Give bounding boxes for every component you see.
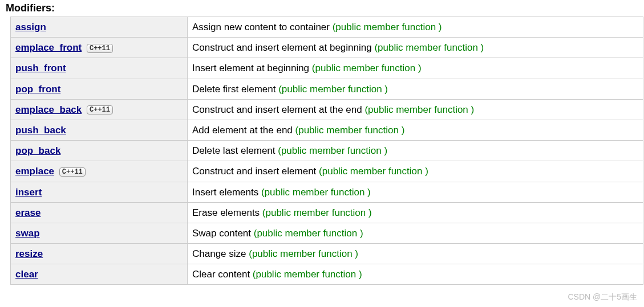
table-row: pop_backDelete last element (public memb…	[11, 141, 643, 161]
function-link-clear[interactable]: clear	[15, 269, 38, 280]
function-desc-cell: Change size (public member function )	[188, 244, 643, 264]
table-row: emplace_front C++11Construct and insert …	[11, 38, 643, 58]
cpp11-badge-icon: C++11	[87, 105, 113, 114]
function-desc-text: Swap content	[192, 228, 254, 239]
function-name-cell: clear	[11, 264, 188, 285]
annotation-label: (public member function )	[253, 269, 362, 280]
cpp11-badge-icon: C++11	[59, 167, 86, 177]
function-desc-text: Construct and insert element	[192, 166, 319, 177]
annotation-label: (public member function )	[249, 248, 358, 259]
table-row: push_backAdd element at the end (public …	[11, 120, 643, 140]
function-link-pop_back[interactable]: pop_back	[15, 145, 60, 156]
function-name-cell: push_back	[11, 120, 188, 140]
annotation-label: (public member function )	[254, 228, 363, 239]
function-desc-text: Add element at the end	[192, 125, 295, 136]
function-desc-text: Construct and insert element at beginnin…	[192, 42, 374, 53]
annotation-label: (public member function )	[261, 187, 371, 198]
modifiers-table: assignAssign new content to container (p…	[10, 17, 643, 285]
function-name-cell: assign	[11, 17, 188, 38]
table-row: insertInsert elements (public member fun…	[11, 182, 643, 202]
function-link-insert[interactable]: insert	[15, 187, 42, 198]
function-name-cell: erase	[11, 202, 188, 223]
function-name-cell: swap	[11, 223, 188, 243]
annotation-label: (public member function )	[319, 166, 428, 177]
function-desc-cell: Construct and insert element (public mem…	[188, 161, 643, 182]
table-row: resizeChange size (public member functio…	[11, 244, 643, 264]
function-link-pop_front[interactable]: pop_front	[15, 84, 60, 95]
function-desc-cell: Delete last element (public member funct…	[188, 141, 643, 161]
function-desc-cell: Assign new content to container (public …	[188, 17, 643, 38]
function-name-cell: emplace_back C++11	[11, 99, 188, 120]
section-title: Modifiers:	[5, 2, 639, 14]
annotation-label: (public member function )	[262, 207, 372, 218]
function-desc-text: Insert elements	[192, 187, 261, 198]
function-name-cell: emplace C++11	[11, 161, 188, 182]
function-desc-cell: Swap content (public member function )	[188, 223, 643, 243]
table-row: emplace C++11Construct and insert elemen…	[11, 161, 643, 182]
function-desc-cell: Clear content (public member function )	[188, 264, 643, 285]
table-row: emplace_back C++11Construct and insert e…	[11, 99, 643, 120]
table-row: clearClear content (public member functi…	[11, 264, 643, 285]
cpp11-badge-icon: C++11	[87, 44, 113, 53]
function-desc-cell: Insert element at beginning (public memb…	[188, 58, 643, 79]
annotation-label: (public member function )	[278, 145, 387, 156]
function-desc-text: Delete last element	[192, 145, 278, 156]
function-name-cell: pop_back	[11, 141, 188, 161]
function-desc-cell: Construct and insert element at the end …	[188, 99, 643, 120]
annotation-label: (public member function )	[333, 22, 442, 32]
table-row: swapSwap content (public member function…	[11, 223, 643, 243]
function-link-erase[interactable]: erase	[15, 207, 40, 218]
function-desc-text: Delete first element	[192, 84, 278, 95]
function-desc-cell: Add element at the end (public member fu…	[188, 120, 643, 140]
function-desc-text: Assign new content to container	[192, 22, 333, 32]
table-row: pop_frontDelete first element (public me…	[11, 79, 643, 99]
table-row: assignAssign new content to container (p…	[11, 17, 643, 38]
function-desc-cell: Delete first element (public member func…	[188, 79, 643, 99]
function-name-cell: insert	[11, 182, 188, 202]
modifiers-tbody: assignAssign new content to container (p…	[11, 17, 643, 285]
function-desc-text: Change size	[192, 248, 249, 259]
function-link-emplace_front[interactable]: emplace_front	[15, 42, 82, 53]
function-desc-cell: Erase elements (public member function )	[188, 202, 643, 223]
annotation-label: (public member function )	[312, 63, 422, 73]
function-desc-text: Construct and insert element at the end	[192, 104, 364, 115]
function-name-cell: emplace_front C++11	[11, 38, 188, 58]
annotation-label: (public member function )	[278, 84, 388, 95]
function-desc-text: Clear content	[192, 269, 253, 280]
function-link-push_front[interactable]: push_front	[15, 63, 66, 73]
function-desc-cell: Insert elements (public member function …	[188, 182, 643, 202]
function-desc-text: Erase elements	[192, 207, 262, 218]
function-name-cell: pop_front	[11, 79, 188, 99]
annotation-label: (public member function )	[364, 104, 474, 115]
function-link-emplace[interactable]: emplace	[15, 166, 54, 177]
table-row: eraseErase elements (public member funct…	[11, 202, 643, 223]
function-link-emplace_back[interactable]: emplace_back	[15, 104, 82, 115]
function-link-swap[interactable]: swap	[15, 228, 40, 239]
function-link-resize[interactable]: resize	[15, 248, 43, 259]
function-name-cell: resize	[11, 244, 188, 264]
function-desc-text: Insert element at beginning	[192, 63, 312, 73]
function-name-cell: push_front	[11, 58, 188, 79]
table-row: push_frontInsert element at beginning (p…	[11, 58, 643, 79]
annotation-label: (public member function )	[295, 125, 405, 136]
function-link-assign[interactable]: assign	[15, 22, 46, 32]
function-link-push_back[interactable]: push_back	[15, 125, 66, 136]
annotation-label: (public member function )	[374, 42, 484, 53]
function-desc-cell: Construct and insert element at beginnin…	[188, 38, 643, 58]
